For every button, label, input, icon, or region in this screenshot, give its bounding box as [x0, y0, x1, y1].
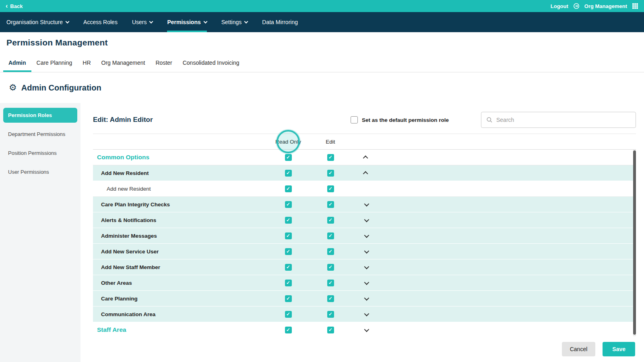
back-label: Back [10, 3, 23, 9]
chevron-down-icon[interactable] [364, 232, 369, 238]
permission-row-add-new-resident: Add New Resident✓✓ [93, 165, 636, 181]
grid-apps-icon[interactable] [632, 3, 638, 9]
nav-item-organisation-structure[interactable]: Organisation Structure [6, 12, 69, 32]
scrollbar-thumb[interactable] [633, 150, 636, 335]
nav-item-users[interactable]: Users [132, 12, 153, 32]
edit-checkbox[interactable]: ✓ [327, 232, 334, 239]
tab-org-management[interactable]: Org Management [96, 53, 151, 72]
read-only-checkbox[interactable]: ✓ [285, 170, 292, 177]
tab-hr[interactable]: HR [77, 53, 96, 72]
tab-roster[interactable]: Roster [150, 53, 177, 72]
read-only-checkbox[interactable]: ✓ [285, 232, 292, 239]
read-only-checkbox[interactable]: ✓ [285, 295, 292, 302]
expand-cell [351, 328, 381, 332]
edit-checkbox[interactable]: ✓ [327, 264, 334, 271]
edit-checkbox[interactable]: ✓ [327, 217, 334, 224]
edit-cell: ✓ [310, 264, 351, 271]
read-only-cell: ✓ [266, 311, 310, 318]
permission-row-label: Alerts & Notifications [93, 217, 156, 223]
read-only-checkbox[interactable]: ✓ [285, 154, 292, 161]
tab-consolidated-invoicing[interactable]: Consolidated Invoicing [178, 53, 245, 72]
read-only-checkbox[interactable]: ✓ [285, 311, 292, 318]
back-chevron-icon: ‹ [6, 3, 8, 9]
expand-cell [351, 234, 381, 238]
chevron-up-icon[interactable] [363, 155, 368, 160]
permission-row-label: Other Areas [93, 280, 132, 286]
tab-admin[interactable]: Admin [3, 53, 31, 72]
nav-item-settings[interactable]: Settings [221, 12, 248, 32]
back-button[interactable]: ‹ Back [6, 3, 23, 9]
top-bar: ‹ Back Logout Org Management [0, 0, 644, 12]
gear-icon: ⚙ [9, 83, 17, 92]
editor-title: Edit: Admin Editor [93, 116, 153, 124]
edit-checkbox[interactable]: ✓ [327, 248, 334, 255]
default-role-label: Set as the default permission role [362, 117, 449, 123]
chevron-down-icon[interactable] [364, 295, 369, 300]
permission-row-name-cell: Add new Resident [93, 185, 266, 192]
read-only-cell: ✓ [266, 295, 310, 302]
edit-checkbox[interactable]: ✓ [327, 295, 334, 302]
permission-row-other-areas: Other Areas✓✓ [93, 275, 636, 291]
chevron-down-icon[interactable] [364, 248, 369, 253]
expand-cell [351, 203, 381, 206]
edit-cell: ✓ [310, 327, 351, 333]
default-role-checkbox[interactable] [351, 116, 358, 123]
read-only-checkbox[interactable]: ✓ [285, 201, 292, 208]
save-button[interactable]: Save [603, 342, 635, 356]
expand-cell [351, 265, 381, 269]
read-only-checkbox[interactable]: ✓ [285, 217, 292, 224]
sidebar-item-permission-roles[interactable]: Permission Roles [3, 108, 77, 123]
nav-item-data-mirroring[interactable]: Data Mirroring [262, 12, 298, 32]
tab-care-planning[interactable]: Care Planning [31, 53, 78, 72]
edit-cell: ✓ [310, 248, 351, 255]
chevron-up-icon[interactable] [363, 171, 368, 176]
chevron-down-icon[interactable] [364, 280, 369, 285]
search-box [481, 112, 636, 128]
permission-row-label: Communication Area [93, 311, 155, 317]
read-only-cell: ✓ [266, 280, 310, 286]
read-only-checkbox[interactable]: ✓ [285, 280, 292, 286]
edit-cell: ✓ [310, 170, 351, 177]
cancel-button[interactable]: Cancel [562, 342, 596, 356]
chevron-down-icon[interactable] [364, 311, 369, 316]
sidebar-item-position-permissions[interactable]: Position Permissions [3, 146, 77, 160]
table-rows: Common Options✓✓Add New Resident✓✓Add ne… [93, 150, 636, 336]
permission-row-name-cell: Communication Area [93, 311, 266, 318]
edit-checkbox[interactable]: ✓ [327, 327, 334, 333]
logout-button[interactable]: Logout [551, 3, 568, 9]
read-only-checkbox[interactable]: ✓ [285, 264, 292, 271]
section-header: ⚙ Admin Configuration [0, 72, 644, 103]
chevron-down-icon[interactable] [364, 327, 369, 332]
default-role-toggle[interactable]: Set as the default permission role [351, 116, 449, 123]
scrollbar-track[interactable] [633, 150, 636, 336]
expand-cell [351, 313, 381, 316]
permission-row-common-options: Common Options✓✓ [93, 150, 636, 165]
nav-item-label: Users [132, 19, 147, 25]
read-only-checkbox[interactable]: ✓ [285, 327, 292, 333]
edit-checkbox[interactable]: ✓ [327, 280, 334, 286]
permission-row-care-planning: Care Planning✓✓ [93, 291, 636, 306]
nav-item-label: Permissions [167, 19, 200, 25]
chevron-down-icon[interactable] [364, 201, 369, 206]
body: Permission RolesDepartment PermissionsPo… [0, 103, 644, 362]
chevron-down-icon[interactable] [364, 264, 369, 269]
chevron-down-icon[interactable] [364, 217, 369, 222]
search-input[interactable] [496, 117, 631, 123]
read-only-checkbox[interactable]: ✓ [285, 248, 292, 255]
edit-checkbox[interactable]: ✓ [327, 311, 334, 318]
edit-checkbox[interactable]: ✓ [327, 154, 334, 161]
edit-header-label: Edit [326, 139, 335, 145]
nav-item-permissions[interactable]: Permissions [167, 12, 206, 32]
edit-checkbox[interactable]: ✓ [327, 185, 334, 192]
read-only-checkbox[interactable]: ✓ [285, 185, 292, 192]
sidebar-item-department-permissions[interactable]: Department Permissions [3, 127, 77, 142]
permission-row-label: Common Options [93, 154, 149, 160]
sidebar-item-user-permissions[interactable]: User Permissions [3, 165, 77, 179]
edit-checkbox[interactable]: ✓ [327, 201, 334, 208]
nav-item-label: Access Roles [83, 19, 118, 25]
footer-actions: Cancel Save [80, 336, 644, 362]
logout-icon[interactable] [573, 3, 580, 9]
edit-checkbox[interactable]: ✓ [327, 170, 334, 177]
read-only-cell: ✓ [266, 327, 310, 333]
nav-item-access-roles[interactable]: Access Roles [83, 12, 118, 32]
